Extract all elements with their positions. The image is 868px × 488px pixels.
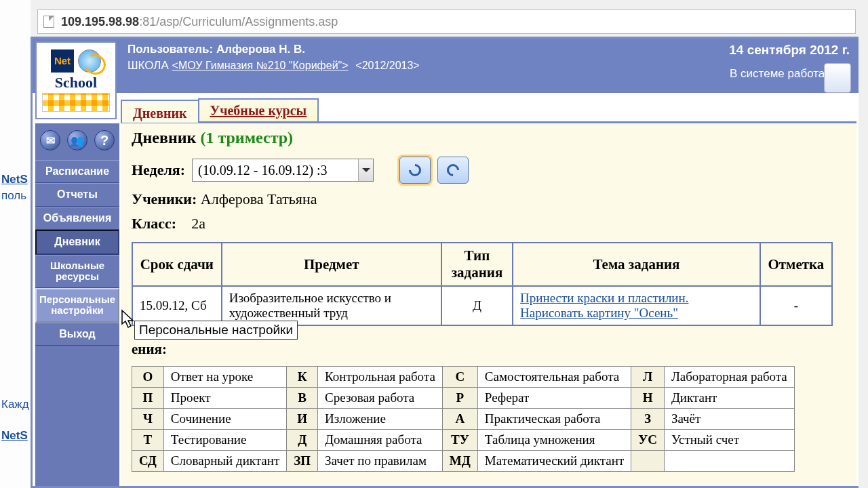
students-row: Ученики: Алферова Татьяна xyxy=(132,190,846,208)
tab-diary[interactable]: Дневник xyxy=(121,100,199,123)
sidebar: ✉ 👥 ? Расписание Отчеты Объявления Дневн… xyxy=(35,123,119,486)
legend-key: Д xyxy=(287,430,318,451)
legend-value: Математический диктант xyxy=(477,451,631,472)
legend-value: Реферат xyxy=(477,388,631,409)
sidebar-item-school-resources[interactable]: Школьные ресурсы xyxy=(35,255,119,288)
legend-key: А xyxy=(442,409,477,430)
class-row: Класс: 2а xyxy=(132,215,846,232)
school-label: ШКОЛА xyxy=(127,59,172,72)
assignments-table: Срок сдачи Предмет Тип задания Тема зада… xyxy=(132,242,833,326)
refresh-fwd-icon xyxy=(444,161,461,178)
col-topic: Тема задания xyxy=(513,243,760,286)
legend-key: П xyxy=(132,388,164,409)
legend-key: ЗП xyxy=(287,451,318,472)
week-select[interactable]: (10.09.12 - 16.09.12) :3 xyxy=(192,159,374,182)
header: Net School Пользователь: Алферова Н. В. … xyxy=(33,39,859,93)
page-icon xyxy=(43,16,54,28)
week-prev-button[interactable] xyxy=(399,157,431,184)
tabs: Дневник Учебные курсы xyxy=(121,98,856,123)
legend-value: Срезовая работа xyxy=(318,388,443,409)
legend-row: ЧСочинениеИИзложениеАПрактическая работа… xyxy=(132,409,795,430)
legend-value: Зачёт xyxy=(664,409,794,430)
topic-link[interactable]: Принести краски и пластилин. Нарисовать … xyxy=(520,291,688,320)
legend-value: Сочинение xyxy=(163,409,286,430)
legend-value: Изложение xyxy=(318,409,443,430)
legend-key: Ч xyxy=(132,409,164,430)
legend-value: Тестирование xyxy=(163,430,286,451)
legend-key xyxy=(631,451,665,472)
legend-table: ООтвет на урокеККонтрольная работаССамос… xyxy=(132,366,795,472)
legend-value: Самостоятельная работа xyxy=(477,367,631,388)
content: Дневник (1 триместр) Неделя: (10.09.12 -… xyxy=(121,123,856,486)
legend-row: ТТестированиеДДомашняя работаТУТаблица у… xyxy=(132,430,795,451)
legend-key: УС xyxy=(631,430,665,451)
app-frame: Net School Пользователь: Алферова Н. В. … xyxy=(31,37,861,488)
legend-value: Таблица умножения xyxy=(477,430,631,451)
refresh-back-icon xyxy=(406,161,423,178)
ie-icon xyxy=(78,49,101,73)
logo[interactable]: Net School xyxy=(35,41,117,119)
tab-courses[interactable]: Учебные курсы xyxy=(198,98,319,121)
logo-grid xyxy=(42,93,110,112)
legend-title: ения: xyxy=(132,341,846,358)
legend-key: З xyxy=(631,409,665,430)
logo-text: School xyxy=(55,74,97,92)
exit-icon[interactable] xyxy=(824,63,851,93)
mail-icon[interactable]: ✉ xyxy=(40,130,60,150)
address-bar[interactable]: 109.195.98.98 :81/asp/Curriculum/Assignm… xyxy=(37,9,856,34)
legend-value: Контрольная работа xyxy=(318,367,443,388)
school-link[interactable]: <МОУ Гимназия №210 "Корифей"> xyxy=(172,60,349,71)
header-date: 14 сентября 2012 г. xyxy=(729,43,850,58)
col-mark: Отметка xyxy=(760,243,832,286)
page-title: Дневник (1 триместр) xyxy=(132,129,846,147)
legend-key: Р xyxy=(442,388,477,409)
legend-key: Л xyxy=(631,367,665,388)
address-host: 109.195.98.98 xyxy=(61,15,139,29)
legend-value: Диктант xyxy=(664,388,794,409)
sidebar-item-exit[interactable]: Выход xyxy=(35,323,119,346)
legend-row: ППроектВСрезовая работаРРефератНДиктант xyxy=(132,388,795,409)
legend-key: В xyxy=(287,388,318,409)
legend-value: Лабораторная работа xyxy=(664,367,794,388)
legend-value xyxy=(664,451,794,472)
legend-key: С xyxy=(442,367,477,388)
cell-mark: - xyxy=(760,286,832,325)
col-due: Срок сдачи xyxy=(132,243,222,286)
week-next-button[interactable] xyxy=(437,157,469,184)
legend-key: О xyxy=(132,367,164,388)
user-name: Алферова Н. В. xyxy=(216,43,305,56)
table-row: 15.09.12, Сб Изобразительное искусство и… xyxy=(132,286,832,325)
legend-row: ООтвет на урокеККонтрольная работаССамос… xyxy=(132,367,795,388)
chevron-down-icon xyxy=(358,159,373,181)
help-icon[interactable]: ? xyxy=(94,130,115,150)
page-margin-right xyxy=(859,0,868,488)
week-value: (10.09.12 - 16.09.12) :3 xyxy=(198,163,328,178)
sidebar-item-personal-settings[interactable]: Персональные настройки xyxy=(35,288,119,323)
legend-value: Устный счет xyxy=(664,430,794,451)
table-header-row: Срок сдачи Предмет Тип задания Тема зада… xyxy=(132,243,832,286)
cell-subject: Изобразительное искусство и художественн… xyxy=(222,286,441,325)
page-margin-left: NetS поль Кажд NetS xyxy=(0,0,31,488)
group-icon[interactable]: 👥 xyxy=(67,130,87,150)
sidebar-item-announcements[interactable]: Объявления xyxy=(35,207,119,230)
col-subject: Предмет xyxy=(222,243,441,286)
week-label: Неделя: xyxy=(132,161,185,179)
legend-key: Т xyxy=(132,430,164,451)
sidebar-item-schedule[interactable]: Расписание xyxy=(35,160,119,183)
legend-key: К xyxy=(287,367,318,388)
legend-value: Проект xyxy=(163,388,286,409)
sidebar-item-reports[interactable]: Отчеты xyxy=(35,183,119,206)
legend-value: Словарный диктант xyxy=(163,451,286,472)
sidebar-item-diary[interactable]: Дневник xyxy=(35,230,119,254)
legend-key: МД xyxy=(442,451,477,472)
legend-value: Ответ на уроке xyxy=(163,367,286,388)
user-label: Пользователь: xyxy=(127,43,216,56)
legend-value: Домашняя работа xyxy=(318,430,443,451)
cell-type: Д xyxy=(441,286,513,325)
legend-key: ТУ xyxy=(442,430,477,451)
cell-due: 15.09.12, Сб xyxy=(132,286,222,325)
legend-key: Н xyxy=(631,388,665,409)
legend-value: Зачет по правилам xyxy=(318,451,443,472)
col-type: Тип задания xyxy=(441,243,513,286)
legend-key: СД xyxy=(132,451,164,472)
